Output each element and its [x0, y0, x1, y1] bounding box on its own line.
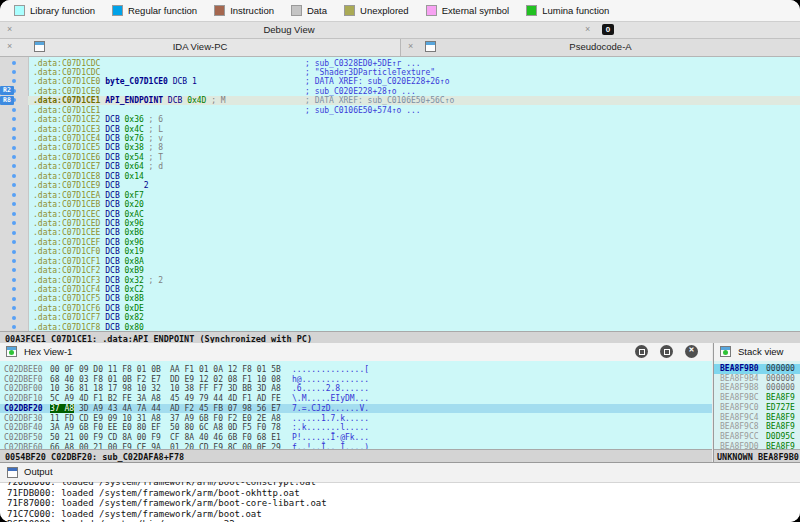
disasm-line[interactable]: .data:C07D1CE0 ; sub_C020E228+28↑o ... [28, 86, 800, 95]
disasm-line[interactable]: .data:C07D1CDC ; sub_C0328ED0+5DE↑r ... [28, 58, 800, 67]
breakpoint-dot[interactable] [12, 231, 16, 235]
breakpoint-dot[interactable] [12, 316, 16, 320]
breakpoint-dot[interactable] [12, 325, 16, 329]
breakpoint-dot[interactable] [12, 70, 16, 74]
disasm-token: DCB [105, 294, 124, 303]
hex-dump[interactable]: C02DBEE000 0F 09 D0 11 F8 01 0BAA F1 01 … [0, 361, 712, 449]
hex-row[interactable]: C02DBF5050 21 00 F9 CD 8A 00 F9CF 8A 40 … [0, 433, 712, 443]
hex-view-header[interactable]: Hex View-1 ✕ [0, 343, 712, 362]
disasm-address: .data:C07D1CF8 [33, 323, 105, 331]
stack-row[interactable]: BEA8F9B8000000 [714, 383, 800, 393]
breakpoint-dot[interactable] [12, 221, 16, 225]
stack-row[interactable]: BEA8F9CCD0D95C [714, 432, 800, 442]
breakpoint-dot[interactable] [12, 174, 16, 178]
disasm-line[interactable]: .data:C07D1CF2 DCB 0xB9 [28, 266, 800, 275]
stack-row[interactable]: BEA8F9B0000000 [714, 364, 800, 374]
stack-row[interactable]: BEA8F9BCBEA8F9 [714, 393, 800, 403]
breakpoint-dot[interactable] [12, 183, 16, 187]
breakpoint-dot[interactable] [12, 79, 16, 83]
disasm-line[interactable]: .data:C07D1CED DCB 0x96 [28, 218, 800, 227]
disasm-line[interactable]: .data:C07D1CE8 DCB 0x14 [28, 171, 800, 180]
breakpoint-dot[interactable] [12, 278, 16, 282]
maximize-button[interactable] [635, 345, 648, 358]
disasm-line[interactable]: .data:C07D1CE1 API_ENDPOINT DCB 0x4D ; M… [28, 96, 800, 105]
breakpoint-dot[interactable] [12, 117, 16, 121]
disasm-line[interactable]: .data:C07D1CE7 DCB 0x64 ; d [28, 162, 800, 171]
breakpoint-dot[interactable] [12, 240, 16, 244]
disasm-address: .data:C07D1CE1 [33, 96, 105, 105]
hex-row[interactable]: C02DBF0010 36 81 18 17 98 10 3210 38 FF … [0, 384, 712, 394]
breakpoint-dot[interactable] [12, 268, 16, 272]
output-header[interactable]: Output [0, 462, 800, 483]
breakpoint-dot[interactable] [12, 136, 16, 140]
disasm-line[interactable]: .data:C07D1CE5 DCB 0x38 ; 8 [28, 143, 800, 152]
disasm-line[interactable]: .data:C07D1CE4 DCB 0x76 ; v [28, 134, 800, 143]
disasm-line[interactable]: .data:C07D1CF3 DCB 0x32 ; 2 [28, 275, 800, 284]
hex-row[interactable]: C02DBF403A A9 6B F0 EE E0 80 EF50 80 6C … [0, 423, 712, 433]
stack-row[interactable]: BEA8F9D0BEA8F9 [714, 442, 800, 449]
close-icon[interactable]: × [585, 24, 590, 34]
breakpoint-dot[interactable] [12, 164, 16, 168]
stack-row[interactable]: BEA8F9C8BEA8F9 [714, 422, 800, 432]
breakpoint-dot[interactable] [12, 297, 16, 301]
disasm-line[interactable]: .data:C07D1CEB DCB 0x20 [28, 200, 800, 209]
breakpoint-dot[interactable] [12, 250, 16, 254]
disasm-token: DCB [105, 125, 124, 134]
breakpoint-dot[interactable] [12, 193, 16, 197]
breakpoint-dot[interactable] [12, 259, 16, 263]
close-panel-button[interactable]: ✕ [685, 345, 698, 358]
disasm-line[interactable]: .data:C07D1CF5 DCB 0x8B [28, 294, 800, 303]
disasm-line[interactable]: .data:C07D1CE6 DCB 0x54 ; T [28, 152, 800, 161]
disasm-line[interactable]: .data:C07D1CF6 DCB 0xDE [28, 303, 800, 312]
breakpoint-dot[interactable] [12, 127, 16, 131]
disasm-token: 0x32 [125, 276, 144, 285]
debugger-icon[interactable]: 0 [602, 24, 614, 35]
breakpoint-dot[interactable] [12, 212, 16, 216]
stack-row[interactable]: BEA8F9C0ED727E [714, 403, 800, 413]
stack-view-header[interactable]: Stack view [714, 343, 800, 362]
hex-row[interactable]: C02DBF3011 FD CD E9 09 10 31 A837 A9 6B … [0, 414, 712, 424]
disasm-line[interactable]: .data:C07D1CE1 ; sub_C0106E50+574↑o ... [28, 105, 800, 114]
disasm-code: .data:C07D1CF5 DCB 0x8B [33, 294, 144, 303]
register-tag-r8[interactable]: R8 [0, 96, 14, 105]
tab-pseudocode-a[interactable]: × Pseudocode-A [401, 39, 800, 56]
disasm-line[interactable]: .data:C07D1CF1 DCB 0x8A [28, 256, 800, 265]
stack-dump[interactable]: BEA8F9B0000000BEA8F9B4000000BEA8F9B80000… [714, 361, 800, 449]
hex-row[interactable]: C02DBEE000 0F 09 D0 11 F8 01 0BAA F1 01 … [0, 365, 712, 375]
disasm-line[interactable]: .data:C07D1CEC DCB 0xAC [28, 209, 800, 218]
tab-ida-view-pc[interactable]: × IDA View-PC [0, 39, 401, 56]
breakpoint-dot[interactable] [12, 146, 16, 150]
disasm-line[interactable]: .data:C07D1CEE DCB 0xB6 [28, 228, 800, 237]
disasm-line[interactable]: .data:C07D1CEF DCB 0x96 [28, 237, 800, 246]
disassembly-view[interactable]: R2R8 .data:C07D1CDC ; sub_C0328ED0+5DE↑r… [0, 57, 800, 331]
disasm-line[interactable]: .data:C07D1CF4 DCB 0xC2 [28, 285, 800, 294]
disasm-line[interactable]: .data:C07D1CF8 DCB 0x80 [28, 322, 800, 331]
disasm-line[interactable]: .data:C07D1CE2 DCB 0x36 ; 6 [28, 115, 800, 124]
disasm-line[interactable]: .data:C07D1CE9 DCB 2 [28, 181, 800, 190]
disasm-token: DCB [105, 181, 119, 190]
restore-button[interactable] [660, 345, 673, 358]
breakpoint-dot[interactable] [12, 108, 16, 112]
output-log[interactable]: 7206B000: loaded /system/framework/arm/b… [0, 482, 800, 522]
hex-row[interactable]: C02DBEF068 40 03 F8 01 0B F2 E7DD E9 12 … [0, 375, 712, 385]
tab-debug-view[interactable]: Debug View [0, 24, 578, 35]
disasm-line[interactable]: .data:C07D1CE0 byte_C07D1CE0 DCB 1; DATA… [28, 77, 800, 86]
disasm-line[interactable]: .data:C07D1CDC ; "Shader3DParticleTextur… [28, 67, 800, 76]
breakpoint-dot[interactable] [12, 306, 16, 310]
stack-address: BEA8F9B8 [720, 383, 759, 392]
breakpoint-dot[interactable] [12, 61, 16, 65]
stack-row[interactable]: BEA8F9B4000000 [714, 374, 800, 384]
disasm-code: .data:C07D1CDC [33, 59, 105, 68]
disasm-line[interactable]: .data:C07D1CF0 DCB 0x19 [28, 247, 800, 256]
disasm-line[interactable]: .data:C07D1CE3 DCB 0x4C ; L [28, 124, 800, 133]
hex-row[interactable]: C02DBF2037 A8 3D A9 43 4A 7A 44AD F2 45 … [0, 404, 712, 414]
disasm-code: .data:C07D1CE5 DCB 0x38 ; 8 [33, 143, 163, 152]
stack-row[interactable]: BEA8F9C4BEA8F9 [714, 413, 800, 423]
disasm-line[interactable]: .data:C07D1CEA DCB 0xF7 [28, 190, 800, 199]
disasm-line[interactable]: .data:C07D1CF7 DCB 0x82 [28, 313, 800, 322]
breakpoint-dot[interactable] [12, 287, 16, 291]
breakpoint-dot[interactable] [12, 202, 16, 206]
hex-row[interactable]: C02DBF105C A9 4D F1 B2 FE 3A A845 49 79 … [0, 394, 712, 404]
register-tag-r2[interactable]: R2 [0, 86, 14, 95]
breakpoint-dot[interactable] [12, 155, 16, 159]
